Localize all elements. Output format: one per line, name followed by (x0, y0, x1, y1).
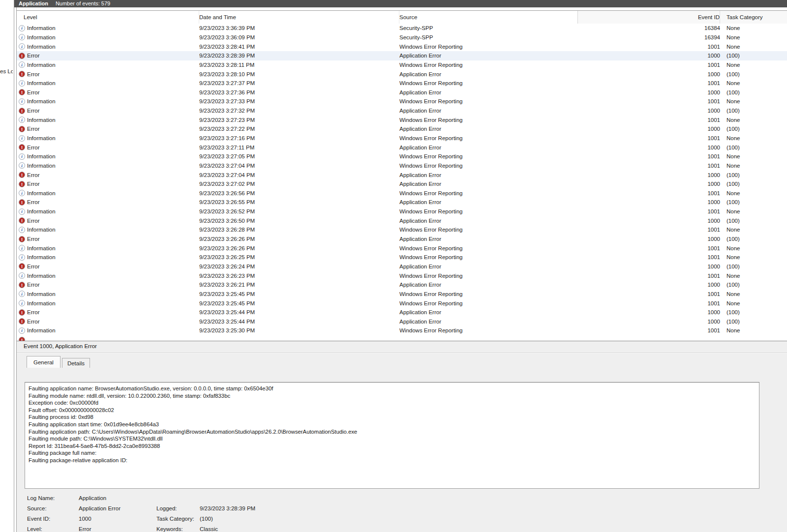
event-row[interactable]: i Information 9/23/2023 3:26:25 PM Windo… (17, 253, 787, 262)
event-row[interactable]: ! Error 9/23/2023 3:27:04 PM Application… (17, 170, 787, 179)
detail-pane-title: Event 1000, Application Error (24, 343, 97, 349)
event-row[interactable]: i Information 9/23/2023 3:25:30 PM Windo… (17, 326, 787, 335)
event-row[interactable]: ! Error 9/23/2023 3:26:21 PM Application… (17, 280, 787, 290)
events-count-label: Number of events: 579 (56, 0, 110, 7)
info-icon: i (19, 227, 25, 233)
description-line: Faulting application start time: 0x01d9e… (29, 421, 756, 428)
source-cell: Windows Error Reporting (399, 189, 578, 198)
field-label: Task Category: (156, 516, 194, 522)
event-row[interactable]: i Information 9/23/2023 3:28:41 PM Windo… (17, 42, 787, 51)
event-field-row: Log Name: Application (17, 495, 787, 505)
datetime-cell: 9/23/2023 3:27:05 PM (199, 152, 399, 161)
event-id-cell: 1001 (578, 253, 720, 262)
datetime-cell: 9/23/2023 3:36:09 PM (199, 33, 399, 42)
event-row[interactable]: ! Error 9/23/2023 3:26:24 PM Application… (17, 262, 787, 271)
event-row[interactable]: ! Error 9/23/2023 3:28:10 PM Application… (17, 69, 787, 79)
field-value: 9/23/2023 3:28:39 PM (200, 505, 255, 511)
level-label: Error (27, 126, 40, 132)
event-row[interactable]: ! Error 9/23/2023 3:27:11 PM Application… (17, 143, 787, 152)
level-label: Error (27, 53, 40, 59)
event-id-cell: 1001 (578, 271, 720, 280)
event-row[interactable]: ! Error 9/23/2023 3:27:32 PM Application… (17, 106, 787, 116)
datetime-cell: 9/23/2023 3:36:39 PM (199, 24, 399, 33)
event-row[interactable]: i Information 9/23/2023 3:27:37 PM Windo… (17, 79, 787, 88)
level-label: Information (27, 80, 56, 86)
source-cell: Windows Error Reporting (399, 42, 578, 51)
task-category-cell: None (720, 189, 787, 198)
event-row[interactable]: i Information 9/23/2023 3:27:05 PM Windo… (17, 152, 787, 161)
event-row[interactable]: i Information 9/23/2023 3:27:23 PM Windo… (17, 115, 787, 124)
event-row[interactable]: i Information 9/23/2023 3:28:11 PM Windo… (17, 60, 787, 70)
event-row[interactable]: i Information 9/23/2023 3:27:04 PM Windo… (17, 161, 787, 171)
source-cell: Windows Error Reporting (399, 134, 578, 143)
event-row[interactable]: ! Error 9/23/2023 3:28:39 PM Application… (17, 51, 787, 60)
datetime-cell: 9/23/2023 3:25:44 PM (199, 308, 399, 317)
datetime-cell: 9/23/2023 3:25:44 PM (199, 317, 399, 326)
column-header-task-category[interactable]: Task Category (720, 11, 787, 24)
info-icon: i (19, 153, 25, 160)
event-detail-pane: Event 1000, Application Error General De… (17, 341, 787, 532)
event-id-cell: 1000 (578, 235, 720, 244)
task-category-cell: None (720, 243, 787, 253)
event-row[interactable]: ! Error 9/23/2023 3:26:26 PM Application… (17, 235, 787, 244)
datetime-cell: 9/23/2023 3:25:45 PM (199, 290, 399, 299)
event-fields: Log Name: Application Source: Applicatio… (17, 495, 787, 532)
tab-general[interactable]: General (27, 356, 61, 368)
datetime-cell: 9/23/2023 3:26:28 PM (199, 225, 399, 235)
level-label: Error (27, 71, 40, 77)
error-icon: ! (19, 53, 25, 59)
tab-details[interactable]: Details (62, 358, 90, 368)
event-row[interactable]: i Information 9/23/2023 3:27:16 PM Windo… (17, 134, 787, 143)
event-row[interactable]: ! Error 9/23/2023 3:26:55 PM Application… (17, 198, 787, 207)
event-row[interactable]: i Information 9/23/2023 3:36:09 PM Secur… (17, 33, 787, 42)
event-row[interactable]: i Information 9/23/2023 3:25:45 PM Windo… (17, 298, 787, 308)
event-row[interactable]: i Information 9/23/2023 3:26:56 PM Windo… (17, 189, 787, 198)
task-category-cell: (100) (720, 124, 787, 134)
event-row[interactable]: i Information 9/23/2023 3:25:45 PM Windo… (17, 290, 787, 299)
field-value: Error (79, 526, 91, 532)
pane-splitter[interactable] (17, 341, 787, 341)
info-icon: i (19, 327, 25, 334)
datetime-cell: 9/23/2023 3:27:37 PM (199, 79, 399, 88)
column-header-level[interactable]: Level (17, 11, 199, 24)
level-label: Information (27, 135, 56, 141)
datetime-cell: 9/23/2023 3:28:41 PM (199, 42, 399, 51)
column-header-date-and-time[interactable]: Date and Time (199, 11, 399, 24)
error-icon: ! (19, 217, 25, 224)
error-icon: ! (19, 309, 25, 316)
source-cell: Windows Error Reporting (399, 243, 578, 253)
event-description-box[interactable]: Faulting application name: BrowserAutoma… (25, 382, 759, 489)
event-row[interactable]: i Information 9/23/2023 3:27:33 PM Windo… (17, 97, 787, 106)
datetime-cell: 9/23/2023 3:25:45 PM (199, 298, 399, 308)
event-row[interactable]: ! Error 9/23/2023 3:27:02 PM Application… (17, 179, 787, 189)
description-line: Exception code: 0xc00000fd (29, 399, 756, 407)
event-row[interactable]: ! Error 9/23/2023 3:27:22 PM Application… (17, 124, 787, 134)
source-cell: Security-SPP (399, 33, 578, 42)
info-icon: i (19, 254, 25, 261)
event-id-cell: 1001 (578, 298, 720, 308)
event-row[interactable]: ! Error 9/23/2023 3:25:44 PM Application… (17, 317, 787, 326)
event-row[interactable]: i Information 9/23/2023 3:36:39 PM Secur… (17, 24, 787, 33)
task-category-cell: (100) (720, 51, 787, 60)
datetime-cell: 9/23/2023 3:27:32 PM (199, 106, 399, 116)
datetime-cell: 9/23/2023 3:27:04 PM (199, 161, 399, 171)
event-row[interactable]: ! Error 9/23/2023 3:26:50 PM Application… (17, 216, 787, 225)
source-cell: Application Error (399, 235, 578, 244)
level-label: Information (27, 163, 56, 169)
event-row[interactable]: i Information 9/23/2023 3:26:28 PM Windo… (17, 225, 787, 235)
event-row[interactable]: i Information 9/23/2023 3:26:23 PM Windo… (17, 271, 787, 280)
datetime-cell: 9/23/2023 3:27:04 PM (199, 170, 399, 179)
level-label: Information (27, 300, 56, 306)
event-field-row: Source: Application Error Logged: 9/23/2… (17, 505, 787, 516)
column-header-source[interactable]: Source (399, 11, 578, 24)
event-row[interactable]: i Information 9/23/2023 3:26:26 PM Windo… (17, 243, 787, 253)
column-header-event-id[interactable]: Event ID (578, 11, 720, 24)
datetime-cell: 9/23/2023 3:28:11 PM (199, 60, 399, 70)
event-row[interactable]: ! Error 9/23/2023 3:25:44 PM Application… (17, 308, 787, 317)
description-line: Faulting application path: C:\Users\Wind… (29, 428, 756, 436)
source-cell: Application Error (399, 216, 578, 225)
source-cell: Application Error (399, 106, 578, 116)
event-row[interactable]: i Information 9/23/2023 3:26:52 PM Windo… (17, 207, 787, 216)
source-cell: Windows Error Reporting (399, 207, 578, 216)
event-row[interactable]: ! Error 9/23/2023 3:27:36 PM Application… (17, 88, 787, 97)
